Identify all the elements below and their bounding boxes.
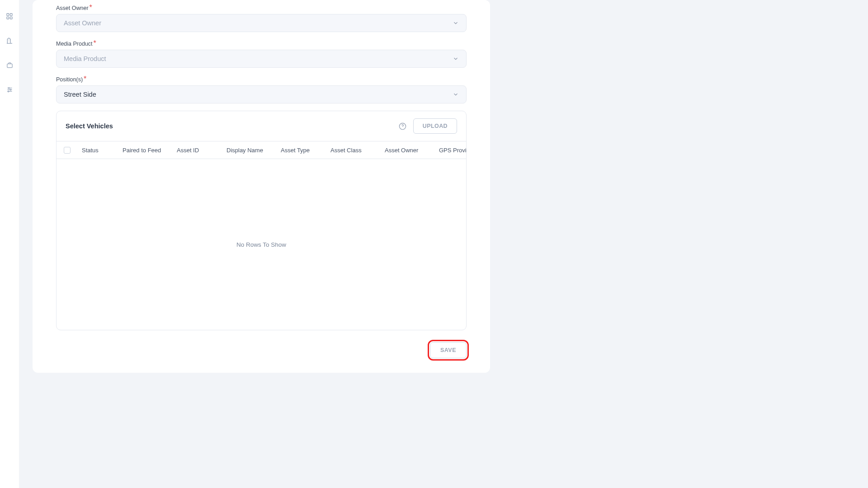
asset-owner-label: Asset Owner — [56, 5, 89, 11]
svg-point-10 — [8, 91, 9, 92]
vehicles-panel: Select Vehicles UPLOAD Status Paired to … — [56, 111, 467, 330]
svg-rect-0 — [7, 14, 9, 16]
vehicles-title: Select Vehicles — [66, 122, 113, 130]
form-card: Asset Owner* Asset Owner Media Product* … — [33, 0, 490, 373]
select-all-checkbox[interactable] — [64, 147, 71, 154]
required-marker: * — [90, 4, 92, 11]
positions-value: Street Side — [64, 91, 96, 98]
dashboard-icon[interactable] — [6, 13, 13, 20]
positions-label: Position(s) — [56, 76, 83, 83]
vehicles-header: Select Vehicles UPLOAD — [57, 111, 466, 141]
col-asset-class[interactable]: Asset Class — [330, 147, 385, 154]
empty-rows-text: No Rows To Show — [236, 241, 286, 248]
save-button[interactable]: SAVE — [430, 342, 467, 358]
media-product-select[interactable]: Media Product — [56, 50, 467, 68]
svg-rect-3 — [10, 17, 12, 19]
required-marker: * — [94, 39, 96, 47]
svg-point-6 — [8, 87, 9, 89]
field-positions: Position(s)* Street Side — [56, 75, 467, 103]
buildings-icon[interactable] — [6, 37, 13, 44]
chevron-down-icon — [453, 56, 459, 62]
col-asset-id[interactable]: Asset ID — [177, 147, 226, 154]
save-highlight: SAVE — [429, 341, 467, 359]
positions-select[interactable]: Street Side — [56, 85, 467, 103]
field-asset-owner: Asset Owner* Asset Owner — [56, 4, 467, 32]
svg-rect-4 — [7, 64, 12, 67]
chevron-down-icon — [453, 91, 459, 98]
media-product-label: Media Product — [56, 41, 93, 47]
svg-rect-1 — [10, 14, 12, 16]
vehicles-table-head: Status Paired to Feed Asset ID Display N… — [57, 141, 466, 159]
vehicles-actions: UPLOAD — [399, 118, 457, 134]
col-status[interactable]: Status — [82, 147, 123, 154]
col-paired-to-feed[interactable]: Paired to Feed — [123, 147, 177, 154]
sliders-icon[interactable] — [6, 86, 13, 93]
svg-point-8 — [10, 89, 11, 90]
sidebar — [0, 0, 19, 488]
asset-owner-placeholder: Asset Owner — [64, 19, 101, 27]
upload-button[interactable]: UPLOAD — [413, 118, 457, 134]
svg-rect-2 — [7, 17, 9, 19]
asset-owner-select[interactable]: Asset Owner — [56, 14, 467, 32]
chevron-down-icon — [453, 20, 459, 26]
help-icon[interactable] — [399, 122, 407, 130]
col-asset-type[interactable]: Asset Type — [281, 147, 330, 154]
col-asset-owner[interactable]: Asset Owner — [385, 147, 439, 154]
page-container: Asset Owner* Asset Owner Media Product* … — [19, 0, 868, 488]
field-media-product: Media Product* Media Product — [56, 39, 467, 68]
briefcase-icon[interactable] — [6, 61, 13, 69]
required-marker: * — [84, 75, 86, 83]
col-display-name[interactable]: Display Name — [226, 147, 281, 154]
vehicles-table-body: No Rows To Show — [57, 159, 466, 330]
media-product-placeholder: Media Product — [64, 55, 106, 62]
select-all-cell — [61, 147, 82, 154]
save-row: SAVE — [33, 330, 490, 359]
col-gps-provider[interactable]: GPS Provider — [439, 147, 467, 154]
